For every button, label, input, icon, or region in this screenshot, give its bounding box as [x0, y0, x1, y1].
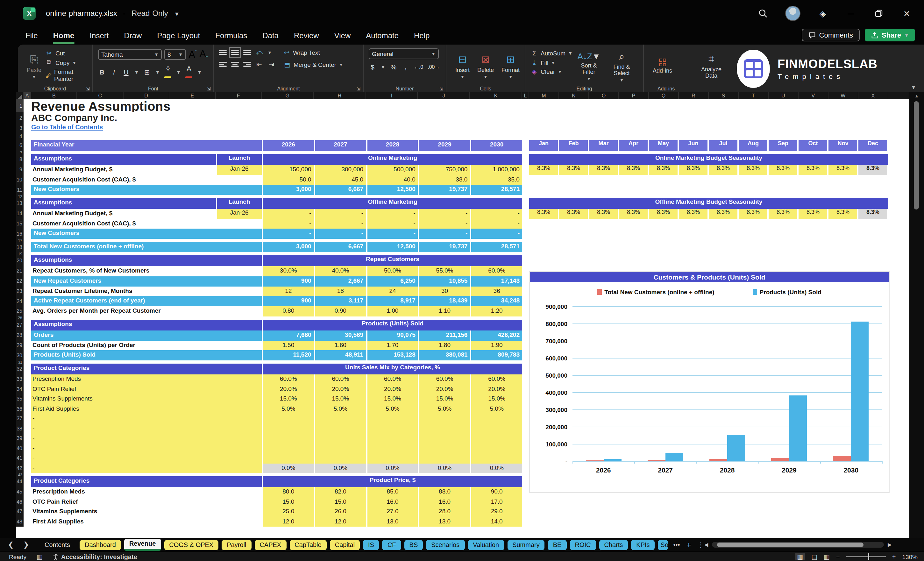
row-header-36[interactable]: 36: [16, 404, 24, 414]
seasonality-cell-apr[interactable]: 8.3%: [619, 209, 648, 219]
menu-item-page-layout[interactable]: Page Layout: [149, 28, 208, 43]
category-label[interactable]: -: [31, 444, 262, 453]
increase-indent-icon[interactable]: ⇥: [267, 60, 275, 68]
sheet-tab-so[interactable]: So: [658, 540, 668, 550]
cell-value[interactable]: [471, 424, 522, 434]
row-header-23[interactable]: 23: [16, 286, 24, 296]
cell-value[interactable]: -: [419, 209, 470, 219]
cell-value[interactable]: 153,128: [367, 350, 418, 360]
financial-year-label[interactable]: Financial Year: [31, 140, 262, 151]
align-right-icon[interactable]: [243, 61, 251, 68]
menu-item-help[interactable]: Help: [406, 28, 437, 43]
row-header-47[interactable]: 47: [16, 507, 24, 517]
cell-value[interactable]: 17,143: [471, 276, 522, 286]
user-avatar[interactable]: [785, 6, 801, 21]
font-dialog-launcher-icon[interactable]: ⇲: [207, 87, 211, 92]
comma-format-icon[interactable]: ,: [402, 63, 410, 70]
cell-value[interactable]: 90,075: [367, 330, 418, 340]
row-header-7[interactable]: 7: [16, 151, 24, 154]
row-header-28[interactable]: 28: [16, 330, 24, 340]
cut-button[interactable]: ✂Cut: [45, 50, 87, 57]
autosum-button[interactable]: ΣAutoSum▼: [531, 50, 573, 57]
row-header-42[interactable]: 42: [16, 463, 24, 473]
cell-value[interactable]: 15.0%: [367, 394, 418, 404]
underline-button[interactable]: U: [122, 68, 130, 76]
column-header-I[interactable]: I: [366, 92, 418, 99]
cell-value[interactable]: 0.0%: [263, 463, 314, 473]
category-label[interactable]: -: [31, 414, 262, 424]
more-sheets-icon[interactable]: •••: [674, 541, 680, 548]
month-header-nov[interactable]: Nov: [828, 140, 858, 151]
cell-value[interactable]: 0.0%: [367, 463, 418, 473]
minimize-button[interactable]: ─: [845, 8, 856, 19]
column-header-B[interactable]: B: [31, 92, 77, 99]
cell-value[interactable]: 20.0%: [471, 384, 522, 394]
cell-value[interactable]: 16.0: [367, 497, 418, 507]
cell-value[interactable]: 30,569: [315, 330, 366, 340]
format-cells-button[interactable]: ⊞Format▼: [498, 48, 524, 84]
cell-value[interactable]: 35.0: [471, 175, 522, 184]
bar-2028-products[interactable]: [727, 435, 745, 461]
row-header-15[interactable]: 15: [16, 219, 24, 229]
cell-value[interactable]: 809,783: [471, 350, 522, 360]
bar-2026-products[interactable]: [603, 459, 621, 461]
cell-value[interactable]: 24: [367, 286, 418, 296]
macro-record-icon[interactable]: ▦: [37, 553, 43, 560]
row-label[interactable]: Annual Marketing Budget, $: [31, 165, 216, 175]
section-label[interactable]: Assumptions: [31, 198, 216, 209]
copy-button[interactable]: ⧉Copy▼: [45, 58, 87, 66]
row-header-13[interactable]: 13: [16, 198, 24, 209]
sort-filter-button[interactable]: A↓Z▼ Sort & Filter▼: [573, 48, 605, 84]
cell-value[interactable]: 6,667: [315, 242, 366, 252]
row-header-39[interactable]: 39: [16, 434, 24, 444]
row-header-29[interactable]: 29: [16, 340, 24, 350]
analyze-data-button[interactable]: ⌗ Analyze Data: [693, 48, 729, 84]
bar-2028-customers[interactable]: [710, 459, 727, 461]
cell-value[interactable]: 15.0%: [315, 394, 366, 404]
cell-value[interactable]: 1.10: [419, 306, 470, 316]
orientation-icon[interactable]: ⤺: [255, 48, 263, 57]
cell-value[interactable]: [419, 414, 470, 424]
cell-value[interactable]: 13.0: [367, 517, 418, 526]
row-header-14[interactable]: 14: [16, 209, 24, 219]
cell-value[interactable]: 5.0%: [315, 404, 366, 414]
column-header-L[interactable]: L: [522, 92, 529, 99]
cell-value[interactable]: [367, 424, 418, 434]
seasonality-cell-sep[interactable]: 8.3%: [769, 209, 798, 219]
cell-value[interactable]: 900: [263, 276, 314, 286]
cell-value[interactable]: 1.70: [367, 340, 418, 350]
cell-value[interactable]: -: [263, 219, 314, 229]
launch-header[interactable]: Launch: [217, 198, 262, 209]
cell-value[interactable]: 28.0: [419, 507, 470, 517]
seasonality-cell-jul[interactable]: 8.3%: [709, 209, 738, 219]
cell-value[interactable]: 5.0%: [471, 404, 522, 414]
seasonality-cell-oct[interactable]: 8.3%: [798, 209, 828, 219]
section-label[interactable]: Product Categories: [31, 364, 262, 374]
seasonality-cell-aug[interactable]: 8.3%: [739, 209, 768, 219]
cell-blank[interactable]: [216, 286, 262, 296]
cell-value[interactable]: 0.80: [263, 306, 314, 316]
cell-value[interactable]: 29.0: [471, 507, 522, 517]
cell-value[interactable]: -: [315, 229, 366, 239]
cell-value[interactable]: [315, 414, 366, 424]
sheet-tab-summary[interactable]: Summary: [507, 540, 545, 550]
menu-item-review[interactable]: Review: [286, 28, 327, 43]
cell-value[interactable]: 15.0%: [419, 394, 470, 404]
normal-view-icon[interactable]: ▦: [795, 553, 805, 560]
row-label[interactable]: Vitamins Supplements: [31, 507, 262, 517]
horizontal-scroll-thumb[interactable]: [717, 543, 864, 547]
cell-value[interactable]: 36: [471, 286, 522, 296]
year-header-2030[interactable]: 2030: [471, 140, 522, 151]
menu-item-view[interactable]: View: [327, 28, 358, 43]
merge-center-button[interactable]: ⬒Merge & Center▼: [284, 61, 343, 68]
category-label[interactable]: -: [31, 453, 262, 463]
row-header-18[interactable]: 18: [16, 242, 24, 252]
bold-button[interactable]: B: [98, 68, 106, 76]
search-icon[interactable]: [757, 8, 769, 19]
increase-font-icon[interactable]: Aˆ: [189, 49, 197, 60]
cell-value[interactable]: 80.0: [263, 487, 314, 497]
category-label[interactable]: Vitamins Supplements: [31, 394, 262, 404]
cell-value[interactable]: [315, 444, 366, 453]
row-header-31[interactable]: 31: [16, 360, 24, 364]
share-button[interactable]: Share ▼: [865, 28, 915, 41]
